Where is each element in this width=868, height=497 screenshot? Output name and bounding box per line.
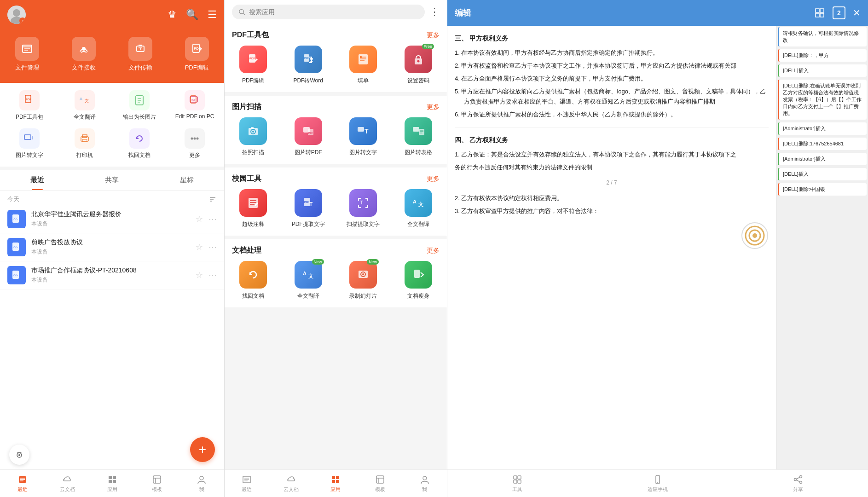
svg-point-93 <box>794 478 796 480</box>
app-form[interactable]: 填单 <box>339 46 388 85</box>
app-doc-slim[interactable]: 文档瘦身 <box>393 261 443 300</box>
app-img-txt[interactable]: T 图片转文字 <box>339 117 388 156</box>
app-recover-doc[interactable]: 找回文档 <box>228 261 278 300</box>
tab-recent[interactable]: 最近 <box>0 170 75 190</box>
track-item-4[interactable]: [Administrator]插入 <box>778 122 867 135</box>
track-item-8[interactable]: [DELL]删除:中国银 <box>778 183 867 196</box>
section-doc-more[interactable]: 更多 <box>427 247 440 255</box>
tab-starred[interactable]: 星标 <box>150 170 224 190</box>
section-campus-more[interactable]: 更多 <box>427 175 440 183</box>
track-item-5[interactable]: [DELL]删除:17675265468​1 <box>778 138 867 150</box>
svg-text:A: A <box>413 199 417 204</box>
grid-view-icon[interactable] <box>814 7 825 18</box>
star-icon-1[interactable]: ☆ <box>196 214 203 224</box>
app-record-slides[interactable]: New 录制幻灯片 <box>339 261 388 300</box>
nav-apps[interactable]: 应用 <box>90 470 134 497</box>
avatar[interactable]: ! <box>7 6 26 24</box>
close-button[interactable]: ✕ <box>853 7 861 18</box>
app-img-format[interactable]: 图片转表格 <box>393 117 443 156</box>
svg-point-94 <box>799 481 802 483</box>
section-img-more[interactable]: 更多 <box>427 103 440 111</box>
svg-rect-76 <box>376 476 384 483</box>
more-icon-2[interactable]: ⋯ <box>208 242 217 252</box>
app-scan-text[interactable]: T 扫描提取文字 <box>339 189 388 228</box>
middle-templates-icon <box>375 474 385 485</box>
svg-point-31 <box>18 454 20 456</box>
tool-pdf-tools[interactable]: PDF PDF工具包 <box>4 88 55 123</box>
section-pdf-more[interactable]: 更多 <box>427 31 440 40</box>
nav-recent[interactable]: 最近 <box>0 470 45 497</box>
search-icon[interactable]: 🔍 <box>186 9 198 21</box>
tool-print[interactable]: 打印机 <box>59 127 110 161</box>
tool-long-img[interactable]: 输出为长图片 <box>114 88 166 123</box>
app-pdf-word[interactable]: PDF PDF转Word <box>284 46 333 85</box>
nav-cloud[interactable]: 云文档 <box>45 470 89 497</box>
nav-middle-cloud[interactable]: 云文档 <box>269 470 314 497</box>
track-count-badge[interactable]: 2 <box>833 6 845 19</box>
track-item-3[interactable]: [DELL]删除:在确认账单无误并收到乙方对应的等额合法有效的增值税发票（税率：… <box>778 80 867 120</box>
app-img-format-label: 图片转表格 <box>405 149 432 156</box>
app-full-translate-label: 全文翻译 <box>407 220 429 228</box>
nav-middle-templates[interactable]: 模板 <box>358 470 403 497</box>
track-item-7[interactable]: [DELL]插入 <box>778 168 867 180</box>
editor-header-actions: 2 ✕ <box>814 6 861 19</box>
tool-more[interactable]: 更多 <box>169 127 220 161</box>
tab-shared[interactable]: 共享 <box>75 170 149 190</box>
app-photo-scan[interactable]: 拍照扫描 <box>228 117 278 156</box>
app-full-trans2-icon: A 文 New <box>295 261 322 289</box>
quick-action-file-manage[interactable]: 文件管理 <box>0 33 55 75</box>
nav-middle-recent[interactable]: 最近 <box>225 470 269 497</box>
doc-item4-obligation: 务的行为不违反任何对其有约束力的法律文件的限制 <box>455 162 769 173</box>
svg-rect-59 <box>249 198 258 208</box>
app-full-trans2[interactable]: A 文 New 全文翻译 <box>284 261 333 300</box>
app-full-translate[interactable]: A 文 全文翻译 <box>393 189 443 228</box>
app-pdf-extract[interactable]: PDF T PDF提取文字 <box>284 189 333 228</box>
more-icon-3[interactable]: ⋯ <box>208 270 217 280</box>
app-pdf-edit[interactable]: PDF PDF编辑 <box>228 46 278 85</box>
nav-right-share[interactable]: 分享 <box>728 470 868 497</box>
tool-translate[interactable]: A 文 全文翻译 <box>59 88 110 123</box>
track-item-0[interactable]: 请根财务确认，可根据实际情况修改 <box>778 27 867 46</box>
nav-right-fit-phone[interactable]: 适应手机 <box>588 470 728 497</box>
tool-recover[interactable]: 找回文档 <box>114 127 166 161</box>
nav-right-tools[interactable]: 工具 <box>447 470 588 497</box>
tool-img-text[interactable]: T 图片转文字 <box>4 127 55 161</box>
quick-action-pdf-edit[interactable]: PDF PDF编辑 <box>169 33 224 75</box>
menu-icon[interactable]: ☰ <box>208 9 217 21</box>
app-record-slides-badge: New <box>367 259 379 265</box>
quick-action-file-transfer[interactable]: 文件传输 <box>113 33 168 75</box>
nav-me[interactable]: 我 <box>179 470 224 497</box>
sort-icon[interactable] <box>208 195 217 203</box>
tool-edit-pc[interactable]: PDF Edit PDF on PC <box>169 88 220 123</box>
file-item-2[interactable]: DOC 剪映广告投放协议 本设备 ☆ ⋯ <box>0 233 224 261</box>
app-password[interactable]: Free 设置密码 <box>393 46 443 85</box>
svg-point-85 <box>752 233 757 238</box>
file-item-3[interactable]: DOC 市场推广合作框架协议-PT-20210608 本设备 ☆ ⋯ <box>0 261 224 289</box>
middle-apps-icon <box>330 474 341 485</box>
add-button[interactable]: + <box>190 437 215 462</box>
star-icon-2[interactable]: ☆ <box>196 242 203 252</box>
app-super-note[interactable]: 超级注释 <box>228 189 278 228</box>
file-item-1[interactable]: DOC 北京华宇佳业腾讯云服务器报价 本设备 ☆ ⋯ <box>0 205 224 233</box>
file-sub-2: 本设备 <box>31 248 190 256</box>
star-icon-3[interactable]: ☆ <box>196 270 203 280</box>
nav-middle-me[interactable]: 我 <box>402 470 447 497</box>
track-item-1[interactable]: [DELL]删除：，甲方 <box>778 49 867 62</box>
more-button[interactable]: ⋮ <box>429 6 440 18</box>
more-icon-1[interactable]: ⋯ <box>208 214 217 224</box>
crown-icon[interactable]: ♛ <box>168 9 177 21</box>
search-icon-middle <box>238 8 245 16</box>
nav-templates[interactable]: 模板 <box>134 470 179 497</box>
search-input-wrap[interactable] <box>232 5 425 19</box>
app-recover-doc-label: 找回文档 <box>242 292 264 300</box>
quick-action-file-receive[interactable]: 文件接收 <box>57 33 111 75</box>
app-img-pdf[interactable]: PDF 图片转PDF <box>284 117 333 156</box>
camera-button[interactable] <box>9 445 29 465</box>
svg-rect-89 <box>518 480 521 483</box>
search-input[interactable] <box>249 8 418 16</box>
track-item-2[interactable]: [DELL]插入 <box>778 64 867 77</box>
nav-middle-apps[interactable]: 应用 <box>313 470 358 497</box>
svg-rect-35 <box>109 480 112 483</box>
track-item-6[interactable]: [Administrator]插入 <box>778 153 867 165</box>
app-pdf-word-icon: PDF <box>295 46 322 73</box>
